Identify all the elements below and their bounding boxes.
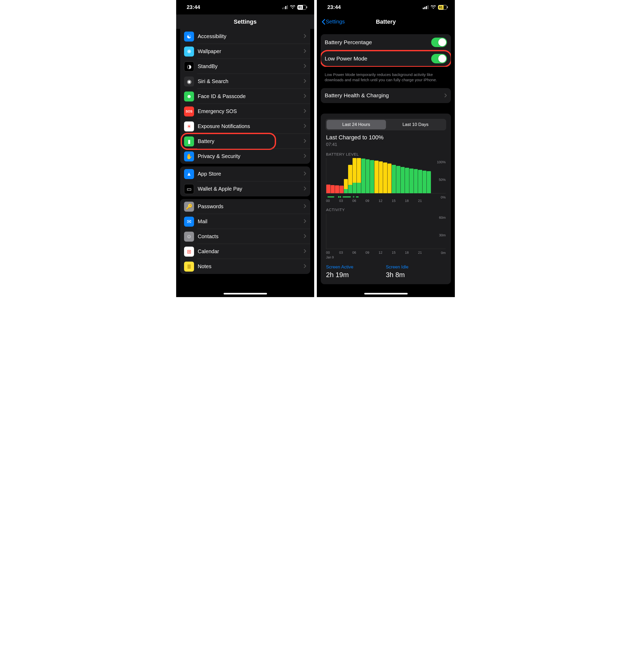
chevron-right-icon	[304, 124, 306, 129]
battery-bar	[418, 170, 422, 193]
row-label: App Store	[198, 171, 304, 177]
battery-level-label: BATTERY LEVEL	[326, 152, 446, 157]
svg-rect-2	[340, 196, 341, 198]
wifi-icon	[290, 5, 295, 9]
chevron-right-icon	[304, 94, 306, 99]
row-label: Notes	[198, 263, 304, 269]
back-button[interactable]: Settings	[321, 19, 345, 25]
battery-bar	[392, 165, 396, 193]
svg-rect-4	[356, 196, 359, 197]
settings-row-privacy-security[interactable]: ✋Privacy & Security	[180, 149, 310, 164]
battery-bar	[388, 164, 392, 193]
battery-icon: 61	[297, 5, 306, 10]
chevron-right-icon	[304, 154, 306, 159]
chevron-right-icon	[304, 49, 306, 54]
usage-summary: Screen Active 2h 19m Screen Idle 3h 8m	[326, 264, 446, 279]
settings-row-emergency-sos[interactable]: SOSEmergency SOS	[180, 104, 310, 119]
battery-bar	[405, 168, 409, 193]
seg-10d[interactable]: Last 10 Days	[386, 120, 445, 129]
battery-bar	[366, 159, 370, 193]
chevron-right-icon	[304, 234, 306, 239]
battery-bar	[383, 163, 387, 193]
settings-row-face-id-passcode[interactable]: ☻Face ID & Passcode	[180, 89, 310, 104]
battery-level-chart: 100% 50% 0%	[326, 158, 446, 193]
battery-bar	[326, 185, 331, 193]
battery-bar	[331, 185, 335, 193]
screen-idle-value: 3h 8m	[386, 271, 446, 279]
settings-row-notes[interactable]: ≣Notes	[180, 259, 310, 274]
battery-bar	[348, 165, 352, 193]
battery-bar	[414, 169, 418, 193]
low-power-note: Low Power Mode temporarily reduces backg…	[317, 69, 455, 83]
svg-rect-3	[343, 196, 351, 197]
accessibility-icon: ☯	[184, 31, 194, 42]
row-label: StandBy	[198, 63, 304, 69]
row-label: Battery	[198, 138, 304, 144]
toggle-label: Low Power Mode	[325, 55, 431, 62]
row-label: Calendar	[198, 248, 304, 255]
emergency-sos-icon: SOS	[184, 106, 194, 117]
battery-icon: 61	[438, 5, 447, 10]
settings-row-passwords[interactable]: 🔑Passwords	[180, 199, 310, 214]
settings-row-wallet-apple-pay[interactable]: ▭Wallet & Apple Pay	[180, 182, 310, 196]
battery-health-row[interactable]: Battery Health & Charging	[321, 88, 451, 103]
notes-icon: ≣	[184, 262, 194, 271]
battery-screen: 23:44 61 Settings Battery Battery Percen…	[317, 0, 455, 297]
chevron-right-icon	[304, 139, 306, 144]
status-bar: 23:44 61	[317, 0, 455, 15]
chevron-right-icon	[304, 186, 306, 192]
settings-row-app-store[interactable]: ▲App Store	[180, 166, 310, 182]
toggle-switch[interactable]	[431, 38, 447, 47]
navbar: Settings Battery	[317, 15, 455, 29]
battery-bar	[353, 158, 357, 193]
settings-row-contacts[interactable]: ☺Contacts	[180, 229, 310, 244]
standby-icon: ◑	[184, 62, 194, 72]
navbar: Settings	[176, 15, 314, 29]
settings-row-battery[interactable]: ▮Battery	[180, 134, 310, 149]
home-indicator[interactable]	[364, 293, 408, 294]
passwords-icon: 🔑	[184, 202, 194, 212]
chevron-right-icon	[304, 264, 306, 269]
row-label: Exposure Notifications	[198, 123, 304, 129]
battery-bar	[339, 186, 344, 193]
row-label: Siri & Search	[198, 78, 304, 85]
toggle-row-low-power-mode: Low Power Mode	[321, 50, 451, 67]
battery-bar	[396, 166, 401, 193]
activity-chart: 60m 30m 0m	[326, 214, 446, 249]
mail-icon: ✉	[184, 217, 194, 226]
exposure-notifications-icon: ☀	[184, 121, 194, 131]
settings-screen: 23:44 61 Settings ☯Accessibility❋Wallpap…	[176, 0, 314, 297]
battery-bar	[370, 160, 374, 193]
page-title: Settings	[234, 18, 257, 25]
activity-label: ACTIVITY	[326, 208, 446, 212]
clock: 23:44	[327, 4, 341, 10]
row-label: Privacy & Security	[198, 153, 304, 159]
battery-icon: ▮	[184, 137, 194, 146]
battery-bar	[401, 167, 405, 193]
settings-row-siri-search[interactable]: ◉Siri & Search	[180, 74, 310, 89]
last-charged-time: 07:41	[326, 142, 446, 147]
settings-row-accessibility[interactable]: ☯Accessibility	[180, 29, 310, 44]
battery-bar	[357, 158, 361, 193]
face-id-passcode-icon: ☻	[184, 92, 194, 101]
row-label: Mail	[198, 218, 304, 224]
settings-row-calendar[interactable]: ⊞Calendar	[180, 244, 310, 259]
battery-bar	[361, 159, 365, 193]
home-indicator[interactable]	[223, 293, 267, 294]
settings-row-exposure-notifications[interactable]: ☀Exposure Notifications	[180, 119, 310, 134]
time-range-segment[interactable]: Last 24 Hours Last 10 Days	[325, 119, 446, 130]
toggle-switch[interactable]	[431, 54, 447, 63]
seg-24h[interactable]: Last 24 Hours	[326, 120, 386, 129]
page-title: Battery	[376, 18, 396, 25]
chevron-right-icon	[304, 79, 306, 84]
svg-rect-1	[338, 196, 339, 198]
battery-bar	[379, 162, 383, 193]
battery-bar	[335, 185, 339, 193]
chevron-right-icon	[304, 219, 306, 224]
screen-active-label: Screen Active	[326, 264, 386, 270]
toggle-row-battery-percentage: Battery Percentage	[321, 34, 451, 50]
settings-row-mail[interactable]: ✉Mail	[180, 214, 310, 229]
settings-row-standby[interactable]: ◑StandBy	[180, 59, 310, 74]
settings-row-wallpaper[interactable]: ❋Wallpaper	[180, 44, 310, 59]
row-label: Contacts	[198, 234, 304, 240]
